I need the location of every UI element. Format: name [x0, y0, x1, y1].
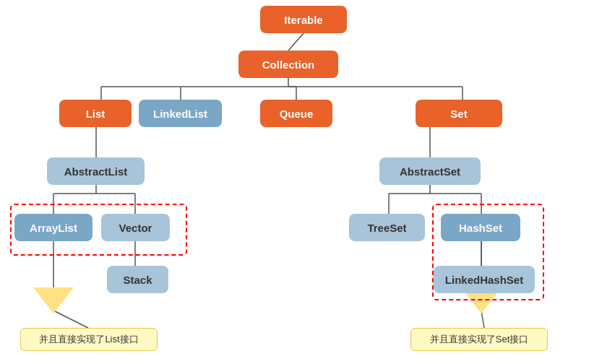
node-linkedhashset: LinkedHashSet — [434, 266, 535, 293]
node-arraylist: ArrayList — [14, 214, 93, 241]
node-hashset: HashSet — [441, 214, 520, 241]
node-abstractset: AbstractSet — [379, 157, 481, 185]
diagram: Iterable Collection List LinkedList Queu… — [0, 0, 615, 364]
node-treeset: TreeSet — [349, 214, 425, 241]
triangle-left — [33, 287, 74, 313]
node-iterable: Iterable — [260, 6, 347, 33]
node-set: Set — [416, 100, 502, 127]
node-abstractlist: AbstractList — [47, 157, 145, 185]
tooltip-list: 并且直接实现了List接口 — [20, 328, 158, 351]
svg-line-0 — [288, 33, 304, 51]
node-vector: Vector — [101, 214, 170, 241]
node-collection: Collection — [238, 51, 338, 78]
tooltip-set: 并且直接实现了Set接口 — [410, 328, 548, 351]
node-queue: Queue — [260, 100, 332, 127]
node-list: List — [59, 100, 132, 127]
node-stack: Stack — [107, 266, 168, 293]
node-linkedlist: LinkedList — [139, 100, 222, 127]
